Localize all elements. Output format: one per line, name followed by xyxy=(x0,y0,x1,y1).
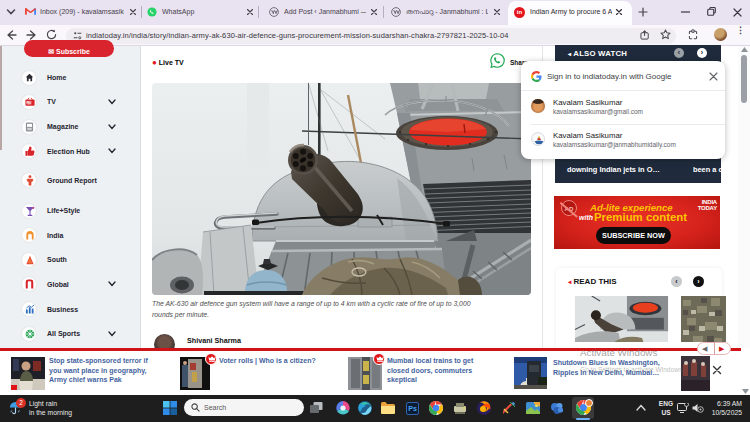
svg-text:LIVE: LIVE xyxy=(26,100,32,104)
